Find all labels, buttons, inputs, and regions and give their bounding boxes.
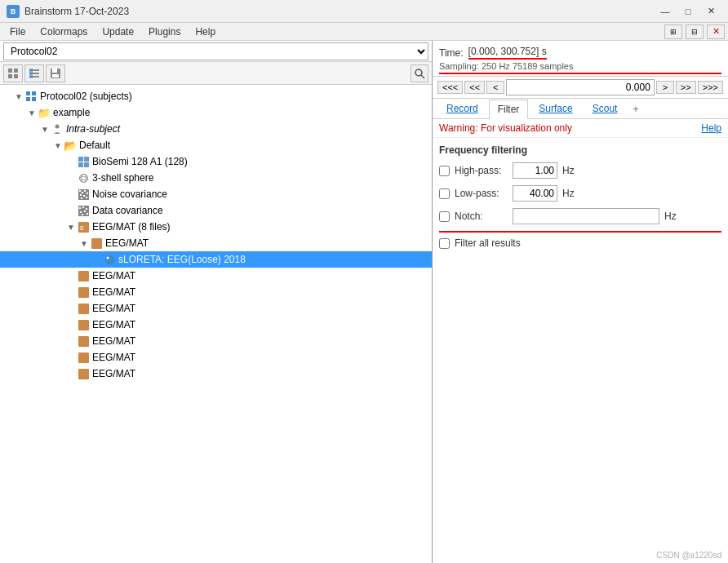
highpass-checkbox[interactable] [439,166,450,176]
tree-node-eegmat8[interactable]: EEG/MAT [0,366,432,382]
tree-node-eegmat6[interactable]: EEG/MAT [0,333,432,349]
left-panel: Protocol02 [0,41,433,563]
tree-label-eegmat2: EEG/MAT [92,270,135,282]
tree-toggle-eegmat[interactable]: ▼ [65,223,77,232]
svg-rect-14 [26,91,30,95]
tree-node-eegmat4[interactable]: EEG/MAT [0,300,432,317]
lowpass-checkbox[interactable] [439,188,450,199]
menu-file[interactable]: File [3,24,32,39]
tree-view: ▼ Protocol02 (subjects) ▼ 📁 example [0,85,432,563]
tree-node-eegmat3[interactable]: EEG/MAT [0,284,432,300]
svg-rect-41 [82,214,83,215]
filter-all-checkbox[interactable] [439,238,450,249]
notch-input[interactable] [513,208,659,224]
tab-surface[interactable]: Surface [530,99,581,118]
tree-toggle-default[interactable]: ▼ [52,141,64,150]
tab-filter[interactable]: Filter [489,100,529,119]
menu-help[interactable]: Help [189,24,222,39]
svg-rect-49 [78,287,89,298]
tree-node-eegmat7[interactable]: EEG/MAT [0,349,432,366]
tree-node-eegmat5[interactable]: EEG/MAT [0,317,432,333]
menu-colormaps[interactable]: Colormaps [33,24,94,39]
save-button[interactable] [46,64,65,82]
tree-label-example: example [53,107,90,118]
title-bar: B Brainstorm 17-Oct-2023 — □ ✕ [0,0,728,23]
right-panel: Time: [0.000, 300.752] s Sampling: 250 H… [433,41,728,563]
tree-toggle-root[interactable]: ▼ [13,92,24,101]
lowpass-input[interactable] [513,185,557,202]
tree-node-eegmat1[interactable]: ▼ EEG/MAT [0,235,432,251]
nav-time-input[interactable] [506,79,655,95]
tree-toggle-example[interactable]: ▼ [26,109,38,117]
warning-bar: Warning: For visualization only Help [433,119,728,138]
nav-bar: <<< << < > >> >>> [433,77,728,99]
nav-next2-button[interactable]: >> [676,81,696,94]
menu-plugins[interactable]: Plugins [142,24,187,39]
minimize-button[interactable]: — [655,3,676,20]
svg-rect-19 [78,157,83,162]
menu-update[interactable]: Update [95,24,140,39]
tree-toggle-eegmat1[interactable]: ▼ [78,239,90,248]
svg-rect-37 [82,206,84,208]
studies-button[interactable] [24,64,44,82]
highpass-input[interactable] [513,162,557,179]
tree-root[interactable]: ▼ Protocol02 (subjects) [0,88,432,104]
svg-rect-50 [78,304,89,314]
svg-point-18 [55,125,60,129]
tree-node-noise[interactable]: Noise covariance [0,186,432,202]
nav-prev-button[interactable]: < [486,81,504,94]
eegmat-icon: E [77,220,90,233]
svg-point-47 [106,256,109,259]
nav-next-button[interactable]: > [656,81,674,94]
notch-checkbox[interactable] [439,211,450,222]
view-toggle-btn2[interactable]: ⊟ [686,24,704,39]
highpass-row: High-pass: Hz [439,162,721,179]
svg-point-12 [415,69,422,76]
tree-label-eegmat8: EEG/MAT [92,368,135,379]
nav-first-button[interactable]: <<< [437,81,463,94]
svg-line-13 [421,75,424,78]
nav-last-button[interactable]: >>> [698,81,723,94]
biosemi-icon [77,155,90,168]
svg-rect-7 [29,69,33,78]
time-value: [0.000, 300.752] s [468,46,547,60]
tree-node-eegmat2[interactable]: EEG/MAT [0,268,432,284]
help-link[interactable]: Help [701,122,721,134]
notch-unit: Hz [664,211,677,222]
tree-node-example[interactable]: ▼ 📁 example [0,104,432,121]
close-button[interactable]: ✕ [700,3,721,20]
tree-node-intrasubject[interactable]: ▼ Intra-subject [0,121,432,137]
main-container: Protocol02 [0,41,728,563]
tree-toggle-intra[interactable]: ▼ [39,125,51,134]
eegmat1-icon [90,237,103,250]
tree-node-3shell[interactable]: 3-shell sphere [0,170,432,186]
tab-add-button[interactable]: + [628,100,643,118]
time-label: Time: [439,47,464,59]
svg-rect-10 [52,74,59,78]
lowpass-unit: Hz [562,188,575,199]
maximize-button[interactable]: □ [677,3,699,20]
svg-point-23 [79,174,87,182]
nav-prev2-button[interactable]: << [464,81,485,94]
tree-node-sloreta[interactable]: sLORETA: EEG(Loose) 2018 [0,251,432,268]
svg-rect-54 [78,369,89,379]
noise-icon [77,188,90,201]
protocol-select[interactable]: Protocol02 [3,42,428,60]
tree-node-default[interactable]: ▼ 📂 Default [0,137,432,153]
tree-root-label: Protocol02 (subjects) [40,91,132,102]
search-button[interactable] [411,64,428,82]
svg-rect-2 [8,74,12,78]
view-toggle-btn1[interactable]: ⊞ [664,24,682,39]
sloreta-icon [103,253,116,266]
tab-record[interactable]: Record [437,99,487,118]
tab-scout[interactable]: Scout [584,99,627,118]
window-controls: — □ ✕ [655,3,721,20]
tree-node-datacovar[interactable]: Data covariance [0,202,432,219]
notch-label: Notch: [455,211,508,222]
close-panel-button[interactable]: ✕ [707,24,725,39]
subjects-button[interactable] [3,64,23,82]
tree-node-biosemi[interactable]: BioSemi 128 A1 (128) [0,153,432,170]
tree-node-eegmat[interactable]: ▼ E EEG/MAT (8 files) [0,219,432,235]
tree-label-eegmat7: EEG/MAT [92,352,135,363]
tree-label-sloreta: sLORETA: EEG(Loose) 2018 [118,254,246,265]
